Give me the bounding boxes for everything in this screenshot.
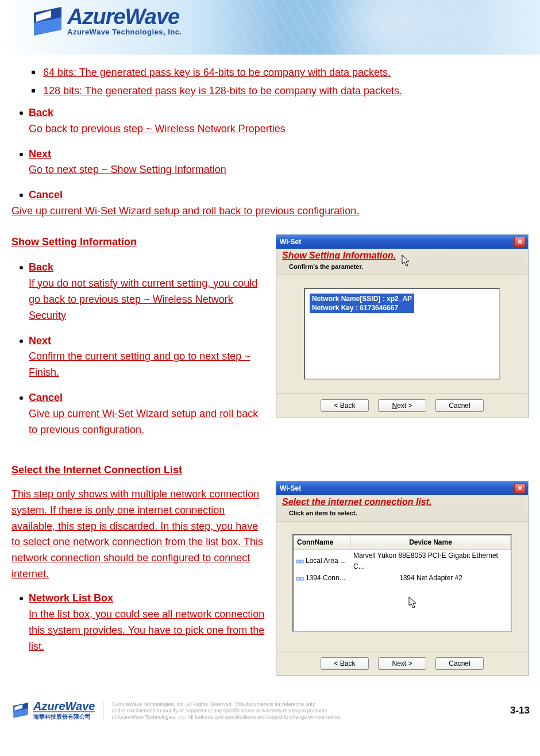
back-button[interactable]: < Back	[321, 657, 369, 670]
table-row[interactable]: 1394 Conn... 1394 Net Adapter #2	[294, 572, 511, 584]
cancel-desc: Give up current Wi-Set Wizard setup and …	[11, 203, 529, 219]
cancel-title: Cancel	[29, 189, 63, 200]
dialog2-head: Select the internet connection list.	[282, 497, 522, 507]
bits-128-text: 128 bits: The generated pass key is 128-…	[43, 85, 402, 97]
s2-back-title: Back	[29, 261, 53, 273]
s2-cancel-title: Cancel	[29, 392, 63, 403]
table-row[interactable]: Local Area ... Marvell Yukon 88E8053 PCI…	[294, 550, 511, 572]
s2-back-desc: If you do not satisfy with current setti…	[29, 277, 257, 321]
svg-rect-3	[296, 577, 299, 580]
footer-logo-main: AzureWave	[33, 701, 95, 711]
footer-divider	[103, 701, 103, 720]
s2-cancel-desc: Give up current Wi-Set Wizard setup and …	[29, 408, 258, 435]
back-desc: Go back to previous step ~ Wireless Netw…	[29, 123, 286, 134]
next-button[interactable]: Next >	[378, 657, 426, 670]
s2-next-desc: Confirm the current setting and go to ne…	[29, 350, 250, 378]
key-bits-list: 64 bits: The generated pass key is 64-bi…	[11, 65, 529, 99]
select-conn-heading: Select the Internet Connection List	[11, 462, 268, 479]
wiset-dialog-setting-info: Wi-Set ✕ Show Setting Information. Confi…	[276, 234, 529, 418]
header-logo: AzureWave AzureWave Technologies, Inc.	[32, 5, 182, 39]
setting-line2: Network Key : 6173646667	[312, 304, 398, 312]
row1-dev: 1394 Net Adapter #2	[399, 574, 462, 582]
connection-listbox[interactable]: ConnName Device Name Local Area ... Marv…	[292, 534, 512, 632]
footer-disclaimer: ©AzureWave Technologies, Inc. All Rights…	[111, 701, 341, 720]
dialog2-title: Wi-Set	[280, 483, 301, 494]
row0-conn: Local Area ...	[306, 556, 346, 566]
next-desc: Go to next step ~ Show Setting Informati…	[29, 164, 226, 175]
svg-rect-1	[300, 560, 303, 563]
next-title: Next	[29, 148, 51, 160]
nlb-desc: In the list box, you could see all netwo…	[29, 608, 264, 652]
logo-icon	[32, 5, 64, 39]
setting-line1: Network Name[SSID] : xp2_AP	[312, 295, 412, 303]
network-icon	[296, 558, 304, 565]
setting-listbox[interactable]: Network Name[SSID] : xp2_AP Network Key …	[304, 288, 500, 380]
logo-sub-text: AzureWave Technologies, Inc.	[67, 28, 182, 36]
close-icon[interactable]: ✕	[514, 237, 526, 247]
cursor-icon	[402, 254, 411, 267]
nlb-title: Network List Box	[29, 592, 113, 604]
row0-dev: Marvell Yukon 88E8053 PCI-E Gigabit Ethe…	[353, 551, 498, 570]
footer-logo: AzureWave 海華科技股份有限公司	[10, 701, 95, 721]
svg-rect-0	[296, 560, 299, 563]
cancel-button[interactable]: Cacnel	[435, 657, 484, 670]
cancel-button[interactable]: Cacnel	[435, 399, 484, 412]
wiset-dialog-conn-list: Wi-Set ✕ Select the internet connection …	[276, 481, 529, 676]
dialog2-sub: Click an item to select.	[289, 508, 522, 518]
close-icon[interactable]: ✕	[514, 483, 526, 493]
page-footer: AzureWave 海華科技股份有限公司 ©AzureWave Technolo…	[10, 701, 530, 721]
network-icon	[296, 575, 304, 582]
logo-main-text: AzureWave	[67, 7, 182, 26]
back-button[interactable]: < Back	[321, 399, 369, 412]
cursor-icon	[408, 596, 418, 609]
footer-logo-sub: 海華科技股份有限公司	[33, 711, 95, 721]
back-title: Back	[29, 107, 53, 118]
show-setting-heading: Show Setting Information	[11, 234, 268, 250]
col-connname: ConnName	[294, 535, 351, 550]
next-button[interactable]: Next >	[378, 399, 426, 412]
col-devicename: Device Name	[351, 535, 511, 550]
page-number: 3-13	[510, 705, 530, 716]
row1-conn: 1394 Conn...	[306, 573, 345, 584]
bits-64-text: 64 bits: The generated pass key is 64-bi…	[43, 67, 391, 78]
s2-next-title: Next	[29, 335, 51, 346]
dialog1-title: Wi-Set	[280, 237, 301, 248]
svg-rect-4	[300, 577, 303, 580]
header-banner: AzureWave AzureWave Technologies, Inc.	[0, 0, 540, 55]
select-conn-para: This step only shows with multiple netwo…	[11, 487, 268, 583]
